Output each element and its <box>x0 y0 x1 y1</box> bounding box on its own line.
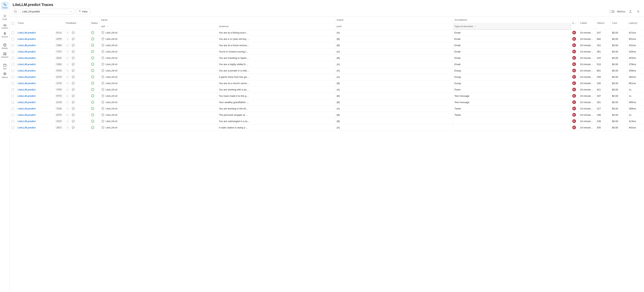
add-comment-button[interactable]: 💬 <box>71 126 75 129</box>
add-comment-button[interactable]: 💬 <box>71 107 75 110</box>
table-row[interactable]: LiteLLM.predict6763☺💬✓LiteLLM:v0You are … <box>10 67 644 74</box>
th-tokens[interactable]: Tokens <box>595 17 610 29</box>
table-row[interactable]: LiteLLM.predictb573☺💬✓LiteLLM:v0The pers… <box>10 112 644 118</box>
add-reaction-button[interactable]: ☺ <box>66 119 70 123</box>
columns-button[interactable] <box>636 9 641 14</box>
trace-link[interactable]: LiteLLM.predict <box>18 88 36 91</box>
row-checkbox[interactable] <box>12 126 14 129</box>
trace-link[interactable]: LiteLLM.predict <box>18 50 36 53</box>
add-comment-button[interactable]: 💬 <box>71 88 75 91</box>
row-checkbox[interactable] <box>12 50 14 53</box>
user-avatar[interactable]: G <box>572 69 576 72</box>
row-checkbox[interactable] <box>12 107 14 110</box>
table-row[interactable]: LiteLLM.predict0f73☺💬✓LiteLLM:v0You have… <box>10 93 644 99</box>
traces-table-wrap[interactable]: Trace Feedback Status inputs output Anno… <box>10 16 644 292</box>
user-avatar[interactable]: G <box>572 56 576 60</box>
trace-link[interactable]: LiteLLM.predict <box>18 94 36 97</box>
add-reaction-button[interactable]: ☺ <box>66 126 70 129</box>
table-row[interactable]: LiteLLM.predict138d☺💬✓LiteLLM:v0You are … <box>10 61 644 67</box>
add-reaction-button[interactable]: ☺ <box>66 113 70 117</box>
table-row[interactable]: LiteLLM.predict7727☺💬✓LiteLLM:v0You're i… <box>10 48 644 55</box>
row-checkbox[interactable] <box>12 69 14 72</box>
row-checkbox[interactable] <box>12 63 14 66</box>
row-checkbox[interactable] <box>12 57 14 59</box>
trace-link[interactable]: LiteLLM.predict <box>18 31 36 34</box>
sidebar-item-datasets[interactable]: Datasets <box>1 51 9 59</box>
add-reaction-button[interactable]: ☺ <box>66 107 70 110</box>
th-latency[interactable]: Latency <box>627 17 644 29</box>
add-comment-button[interactable]: 💬 <box>71 62 75 66</box>
table-row[interactable]: LiteLLM.predict71e0☺💬✓LiteLLM:v0You are … <box>10 105 644 112</box>
th-feedback[interactable]: Feedback <box>64 17 90 29</box>
add-reaction-button[interactable]: ☺ <box>66 43 70 47</box>
trace-link[interactable]: LiteLLM.predict <box>18 120 36 123</box>
trace-link[interactable]: LiteLLM.predict <box>18 82 36 85</box>
th-user[interactable]: User <box>570 17 578 29</box>
trace-link[interactable]: LiteLLM.predict <box>18 38 36 40</box>
table-row[interactable]: LiteLLM.predictf68b☺💬✓LiteLLM:v0You are … <box>10 42 644 48</box>
th-called[interactable]: Called <box>578 17 595 29</box>
add-reaction-button[interactable]: ☺ <box>66 31 70 34</box>
user-avatar[interactable]: G <box>572 107 576 110</box>
row-checkbox[interactable] <box>12 44 14 47</box>
filter-button[interactable]: Filter <box>76 9 90 14</box>
add-comment-button[interactable]: 💬 <box>71 31 75 34</box>
th-trace[interactable]: Trace <box>16 17 64 29</box>
add-comment-button[interactable]: 💬 <box>71 94 75 98</box>
user-avatar[interactable]: G <box>572 50 576 53</box>
th-sentence[interactable]: sentence <box>217 23 335 29</box>
add-reaction-button[interactable]: ☺ <box>66 81 70 85</box>
add-reaction-button[interactable]: ☺ <box>66 56 70 60</box>
user-avatar[interactable]: G <box>572 88 576 91</box>
add-reaction-button[interactable]: ☺ <box>66 62 70 66</box>
add-comment-button[interactable]: 💬 <box>71 113 75 117</box>
th-type-of-document[interactable]: Type-of-documen ↑ <box>453 23 570 29</box>
select-all-checkbox[interactable] <box>12 22 14 24</box>
add-reaction-button[interactable]: ☺ <box>66 75 70 79</box>
add-reaction-button[interactable]: ☺ <box>66 50 70 53</box>
table-row[interactable]: LiteLLM.predicte9f0☺💬✓LiteLLM:v0You are … <box>10 36 644 42</box>
row-checkbox[interactable] <box>12 95 14 97</box>
th-cost[interactable]: Cost <box>610 17 627 29</box>
row-checkbox[interactable] <box>12 101 14 104</box>
user-avatar[interactable]: G <box>572 100 576 104</box>
add-reaction-button[interactable]: ☺ <box>66 37 70 41</box>
sidebar-item-ops[interactable]: Ops <box>1 62 9 71</box>
trace-link[interactable]: LiteLLM.predict <box>18 56 36 59</box>
metrics-toggle[interactable] <box>609 10 615 13</box>
add-comment-button[interactable]: 💬 <box>71 43 75 47</box>
sidebar-item-traces[interactable]: Traces <box>1 1 9 10</box>
row-checkbox[interactable] <box>12 82 14 85</box>
th-status[interactable]: Status <box>90 17 100 29</box>
th-self[interactable]: self <box>100 23 217 29</box>
sidebar-item-evals[interactable]: Evals <box>1 13 9 21</box>
add-comment-button[interactable]: 💬 <box>71 75 75 79</box>
table-row[interactable]: LiteLLM.predictb1f4☺💬✓LiteLLM:v0A game s… <box>10 74 644 80</box>
sidebar-item-scorers[interactable]: Scorers <box>1 30 9 39</box>
trace-link[interactable]: LiteLLM.predict <box>18 75 36 78</box>
row-checkbox[interactable] <box>12 120 14 123</box>
user-avatar[interactable]: G <box>572 126 576 129</box>
add-comment-button[interactable]: 💬 <box>71 119 75 123</box>
table-row[interactable]: LiteLLM.predictff94☺💬✓LiteLLM:v0You are … <box>10 86 644 93</box>
add-comment-button[interactable]: 💬 <box>71 81 75 85</box>
table-row[interactable]: LiteLLM.predict1ff6☺💬✓LiteLLM:v0You are … <box>10 80 644 86</box>
row-checkbox[interactable] <box>12 31 14 34</box>
add-comment-button[interactable]: 💬 <box>71 50 75 53</box>
user-avatar[interactable]: G <box>572 31 576 34</box>
user-avatar[interactable]: G <box>572 81 576 85</box>
table-row[interactable]: LiteLLM.predict1817☺💬✓LiteLLM:v0A radio … <box>10 124 644 131</box>
add-reaction-button[interactable]: ☺ <box>66 94 70 98</box>
add-comment-button[interactable]: 💬 <box>71 37 75 41</box>
row-checkbox[interactable] <box>12 38 14 40</box>
user-avatar[interactable]: G <box>572 43 576 47</box>
add-reaction-button[interactable]: ☺ <box>66 88 70 91</box>
refresh-button[interactable] <box>13 9 18 14</box>
th-pred[interactable]: pred <box>335 23 453 29</box>
table-row[interactable]: LiteLLM.predict26a5☺💬✓LiteLLM:v0You are … <box>10 55 644 61</box>
sidebar-item-models[interactable]: Models <box>1 42 9 50</box>
user-avatar[interactable]: G <box>572 94 576 98</box>
trace-link[interactable]: LiteLLM.predict <box>18 113 36 116</box>
trace-link[interactable]: LiteLLM.predict <box>18 126 36 129</box>
user-avatar[interactable]: G <box>572 119 576 123</box>
